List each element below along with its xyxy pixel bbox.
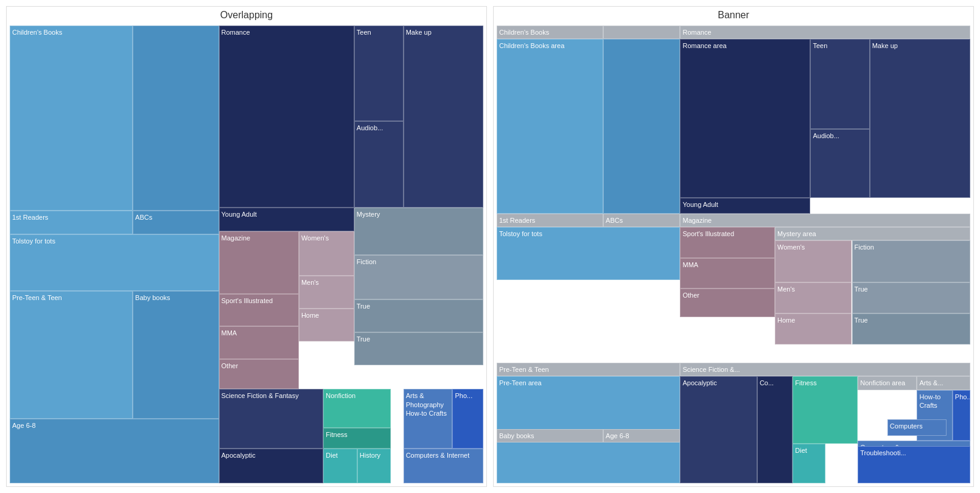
treemap-cell[interactable]: Audiob... [354, 121, 404, 208]
treemap-cell[interactable]: Baby books [497, 429, 603, 442]
treemap-cell[interactable]: Audiob... [810, 129, 869, 198]
treemap-cell[interactable]: Children's Books [10, 26, 133, 211]
treemap-cell[interactable]: Baby books [133, 291, 219, 419]
treemap-cell[interactable]: Romance [219, 26, 354, 208]
banner-title: Banner [497, 10, 970, 21]
treemap-cell[interactable]: MMA [219, 326, 299, 359]
treemap-cell[interactable]: 1st Readers [497, 214, 603, 227]
treemap-cell[interactable]: Sport's Illustrated [680, 227, 775, 258]
treemap-cell[interactable]: Pre-Teen & Teen [497, 363, 680, 376]
treemap-cell[interactable]: Fitness [793, 376, 858, 444]
treemap-cell[interactable]: Co... [757, 376, 793, 483]
banner-treemap: Children's BooksRomanceChildren's Books … [497, 26, 970, 483]
treemap-cell[interactable]: Arts & Photography How-to Crafts [404, 389, 453, 449]
treemap-cell[interactable]: True [852, 313, 971, 344]
treemap-cell[interactable]: Nonfiction area [858, 376, 917, 390]
treemap-cell[interactable]: Diet [323, 449, 357, 483]
treemap-cell[interactable]: Other [680, 288, 775, 316]
treemap-cell[interactable] [603, 26, 680, 39]
treemap-cell[interactable] [133, 26, 219, 211]
treemap-cell[interactable]: Young Adult [680, 198, 810, 214]
treemap-cell[interactable]: Fitness [323, 428, 391, 449]
treemap-cell[interactable]: Computers & Internet [404, 449, 483, 483]
treemap-cell[interactable]: Science Fiction & Fantasy [219, 389, 324, 449]
overlapping-treemap: Children's BooksRomanceTeenAudiob...Make… [10, 26, 483, 483]
treemap-cell[interactable]: Tolstoy for tots [10, 234, 219, 291]
treemap-cell[interactable]: Computers [887, 419, 947, 436]
treemap-cell[interactable]: Fiction [354, 255, 483, 299]
treemap-cell[interactable]: Age 6-8 [10, 419, 219, 483]
treemap-cell[interactable]: Apocalyptic [219, 449, 324, 483]
treemap-cell[interactable]: Children's Books area [497, 39, 603, 213]
treemap-cell[interactable]: Make up [404, 26, 483, 208]
treemap-cell[interactable]: Arts &... [917, 376, 970, 390]
overlapping-chart: Overlapping Children's BooksRomanceTeenA… [6, 6, 487, 487]
treemap-cell[interactable]: True [354, 299, 483, 332]
treemap-cell[interactable]: Mystery [354, 208, 483, 255]
treemap-cell[interactable]: Age 6-8 [603, 429, 680, 442]
treemap-cell[interactable]: Pho... [452, 389, 483, 449]
treemap-cell[interactable]: Nonfiction [323, 389, 391, 428]
treemap-cell[interactable]: MMA [680, 258, 775, 289]
treemap-cell[interactable]: Men's [299, 276, 354, 309]
page: Overlapping Children's BooksRomanceTeenA… [0, 0, 980, 493]
treemap-cell[interactable]: Children's Books [497, 26, 603, 39]
treemap-cell[interactable]: 1st Readers [10, 211, 133, 234]
treemap-cell[interactable]: True [852, 282, 971, 313]
treemap-cell[interactable]: Teen [810, 39, 869, 129]
treemap-cell[interactable]: Romance area [680, 39, 810, 198]
treemap-cell[interactable]: Science Fiction &... [680, 363, 970, 376]
treemap-cell[interactable]: Other [219, 359, 299, 389]
treemap-cell[interactable]: History [357, 449, 391, 483]
treemap-cell[interactable]: Young Adult [219, 208, 354, 231]
treemap-cell[interactable]: Pho... [953, 390, 970, 441]
treemap-cell[interactable] [603, 39, 680, 213]
treemap-cell[interactable]: ABCs [133, 211, 219, 234]
treemap-cell[interactable]: Sport's Illustrated [219, 294, 299, 327]
treemap-cell[interactable]: ABCs [603, 214, 680, 227]
banner-chart: Banner Children's BooksRomanceChildren's… [493, 6, 974, 487]
treemap-cell[interactable]: Home [775, 313, 852, 344]
treemap-cell[interactable]: True [354, 332, 483, 365]
treemap-cell[interactable]: Troubleshooti... [858, 446, 970, 483]
treemap-cell[interactable]: Magazine [680, 214, 970, 227]
treemap-cell[interactable]: Make up [870, 39, 970, 198]
treemap-cell[interactable]: Romance [680, 26, 970, 39]
overlapping-title: Overlapping [10, 10, 483, 21]
treemap-cell[interactable]: Tolstoy for tots [497, 227, 680, 281]
treemap-cell[interactable]: Women's [299, 231, 354, 276]
treemap-cell[interactable]: Mystery area [775, 227, 970, 240]
treemap-cell[interactable]: Men's [775, 282, 852, 313]
treemap-cell[interactable]: Teen [354, 26, 404, 121]
treemap-cell[interactable]: Women's [775, 240, 852, 282]
treemap-cell[interactable]: Apocalyptic [680, 376, 757, 483]
treemap-cell[interactable]: Magazine [219, 231, 299, 294]
treemap-cell[interactable]: Home [299, 309, 354, 341]
treemap-cell[interactable]: Diet [793, 444, 825, 483]
treemap-cell[interactable]: Fiction [852, 240, 971, 282]
treemap-cell[interactable]: Pre-Teen & Teen [10, 291, 133, 419]
